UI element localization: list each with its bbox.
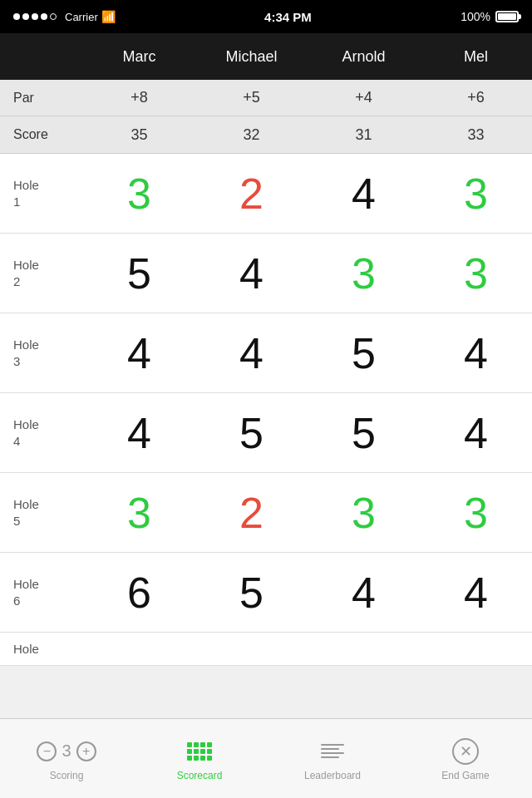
summary-section: Par +8 +5 +4 +6 Score 35 32 31 33 (0, 80, 532, 154)
hole-5-arnold: 3 (308, 488, 420, 538)
endgame-icon: ✕ (451, 736, 480, 766)
hole-5-label: Hole 5 (0, 496, 83, 529)
hole-4-mel: 4 (420, 408, 532, 458)
hole-6-arnold: 4 (308, 568, 420, 618)
tab-scorecard-label: Scorecard (177, 770, 223, 781)
table-row: Hole 6 6 5 4 4 (0, 553, 532, 633)
status-right: 100% (461, 10, 519, 23)
score-arnold: 31 (308, 126, 420, 144)
par-michael: +5 (195, 89, 308, 106)
signal-dots (13, 13, 57, 20)
plus-icon: + (76, 741, 96, 761)
scorecard-icon (185, 736, 214, 766)
minus-icon: − (37, 741, 57, 761)
table-row: Hole 2 5 4 3 3 (0, 234, 532, 313)
hole-3-mel: 4 (420, 328, 532, 378)
hole-4-arnold: 5 (308, 408, 420, 458)
table-row: Hole 4 4 5 5 4 (0, 393, 532, 473)
hole-1-label: Hole 1 (0, 177, 83, 209)
hole-3-michael: 4 (195, 328, 308, 378)
tab-leaderboard-label: Leaderboard (304, 770, 361, 781)
status-bar: Carrier 📶 4:34 PM 100% (0, 0, 532, 33)
hole-4-michael: 5 (195, 408, 308, 458)
hole-2-label: Hole 2 (0, 257, 83, 289)
leaderboard-icon (318, 736, 347, 766)
battery-icon (495, 11, 519, 22)
hole-3-label: Hole 3 (0, 337, 83, 369)
dot5 (50, 13, 57, 20)
hole-3-marc: 4 (83, 328, 195, 378)
dot2 (22, 13, 29, 20)
header-arnold: Arnold (308, 48, 420, 66)
hole-2-arnold: 3 (308, 249, 420, 298)
hole-2-michael: 4 (195, 249, 308, 298)
tab-endgame[interactable]: ✕ End Game (399, 719, 532, 798)
score-row: Score 35 32 31 33 (0, 116, 532, 153)
hole-5-michael: 2 (195, 488, 308, 538)
par-arnold: +4 (308, 89, 420, 106)
hole-5-mel: 3 (420, 488, 532, 538)
hole-2-mel: 3 (420, 249, 532, 298)
hole-4-marc: 4 (83, 408, 195, 458)
scorecard-grid-icon (187, 742, 212, 761)
hole-6-marc: 6 (83, 568, 195, 618)
header-michael: Michael (195, 48, 308, 66)
hole-1-marc: 3 (83, 169, 195, 219)
score-label: Score (0, 127, 83, 142)
battery-fill (498, 13, 516, 20)
tab-scoring-label: Scoring (50, 770, 84, 781)
x-circle-icon: ✕ (452, 738, 479, 765)
holes-section: Hole 1 3 2 4 3 Hole 2 5 4 3 3 Hole 3 4 (0, 154, 532, 666)
status-left: Carrier 📶 (13, 10, 116, 23)
table-row: Hole 3 4 4 5 4 (0, 313, 532, 393)
dot1 (13, 13, 20, 20)
battery-percentage: 100% (461, 10, 490, 23)
hole-5-marc: 3 (83, 488, 195, 538)
carrier-label: Carrier (65, 11, 98, 23)
par-label: Par (0, 91, 83, 106)
hole-6-mel: 4 (420, 568, 532, 618)
par-marc: +8 (83, 89, 195, 106)
score-mel: 33 (420, 126, 532, 144)
score-michael: 32 (195, 126, 308, 144)
status-time: 4:34 PM (264, 10, 312, 24)
table-row: Hole 1 3 2 4 3 (0, 154, 532, 234)
hole-3-arnold: 5 (308, 328, 420, 378)
hole-1-mel: 3 (420, 169, 532, 219)
dot4 (41, 13, 47, 20)
hole-6-label: Hole 6 (0, 576, 83, 608)
tab-endgame-label: End Game (441, 770, 489, 781)
par-row: Par +8 +5 +4 +6 (0, 80, 532, 116)
hole-4-label: Hole 4 (0, 416, 83, 449)
par-mel: +6 (420, 89, 532, 106)
score-marc: 35 (83, 126, 195, 144)
dot3 (32, 13, 38, 20)
tab-leaderboard[interactable]: Leaderboard (266, 719, 399, 798)
hole-1-michael: 2 (195, 169, 308, 219)
scoring-number: 3 (62, 741, 71, 761)
header-marc: Marc (83, 48, 195, 66)
hole-6-michael: 5 (195, 568, 308, 618)
leaderboard-lines-icon (321, 744, 344, 758)
wifi-icon: 📶 (101, 10, 116, 23)
tab-scorecard[interactable]: Scorecard (133, 719, 266, 798)
table-row: Hole 5 3 2 3 3 (0, 473, 532, 553)
hole-2-marc: 5 (83, 249, 195, 298)
scoring-icon: − 3 + (52, 736, 81, 766)
tab-scoring[interactable]: − 3 + Scoring (0, 719, 133, 798)
hole-next-label: Hole (0, 641, 83, 658)
header-mel: Mel (420, 48, 532, 66)
content-area: Marc Michael Arnold Mel Par +8 +5 +4 +6 … (0, 33, 532, 718)
tab-bar: − 3 + Scoring Scorecar (0, 718, 532, 798)
scoring-counter-row: − 3 + (37, 741, 96, 761)
hole-1-arnold: 4 (308, 169, 420, 219)
players-header: Marc Michael Arnold Mel (0, 33, 532, 80)
table-row: Hole (0, 633, 532, 666)
